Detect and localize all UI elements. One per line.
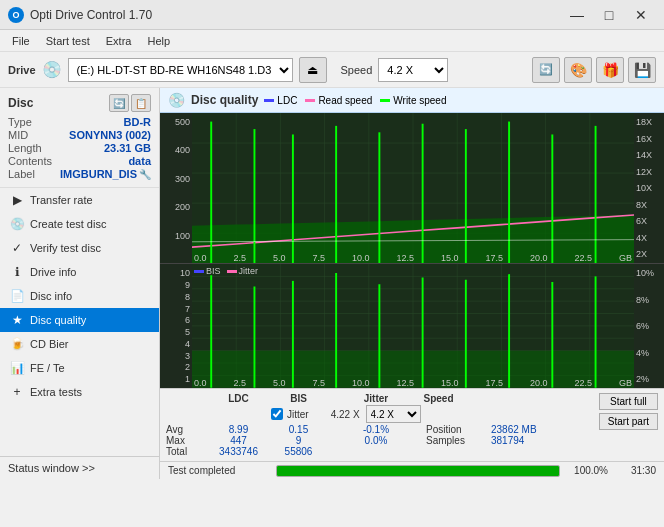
sidebar-item-label: Drive info <box>30 266 76 278</box>
sidebar-item-verify-test-disc[interactable]: ✓ Verify test disc <box>0 236 159 260</box>
avg-ldc: 8.99 <box>206 424 271 435</box>
sidebar-item-extra-tests[interactable]: + Extra tests <box>0 380 159 404</box>
total-ldc: 3433746 <box>206 446 271 457</box>
disc-contents-label: Contents <box>8 155 52 167</box>
bis-col-header: BIS <box>271 393 326 404</box>
disc-length-row: Length 23.31 GB <box>8 142 151 154</box>
disc-info-icon[interactable]: 📋 <box>131 94 151 112</box>
avg-position-label: Position <box>426 424 491 435</box>
menu-extra[interactable]: Extra <box>98 33 140 49</box>
speed-val: 4.22 X <box>331 409 360 420</box>
close-button[interactable]: ✕ <box>626 1 656 29</box>
disc-mid-row: MID SONYNN3 (002) <box>8 129 151 141</box>
save-icon[interactable]: 💾 <box>628 57 656 83</box>
start-full-button[interactable]: Start full <box>599 393 658 410</box>
bottom-chart-x-labels: 0.02.55.07.510.012.515.017.520.022.5GB <box>192 378 634 388</box>
sidebar-item-fe-te[interactable]: 📊 FE / Te <box>0 356 159 380</box>
avg-label: Avg <box>166 424 206 435</box>
refresh-icon[interactable]: 🔄 <box>532 57 560 83</box>
fe-te-icon: 📊 <box>10 361 24 375</box>
ldc-legend-color <box>264 99 274 102</box>
drive-bar: Drive 💿 (E:) HL-DT-ST BD-RE WH16NS48 1.D… <box>0 52 664 88</box>
stats-header-row: LDC BIS Jitter Speed <box>166 393 595 404</box>
create-test-disc-icon: 💿 <box>10 217 24 231</box>
progress-status-text: Test completed <box>168 465 268 476</box>
disc-label-edit-icon[interactable]: 🔧 <box>139 169 151 180</box>
menu-bar: File Start test Extra Help <box>0 30 664 52</box>
bottom-chart-svg <box>192 264 634 388</box>
bis-legend-color <box>194 270 204 273</box>
drive-info-icon: ℹ <box>10 265 24 279</box>
eject-button[interactable]: ⏏ <box>299 57 327 83</box>
disc-refresh-icon[interactable]: 🔄 <box>109 94 129 112</box>
sidebar-item-label: Verify test disc <box>30 242 101 254</box>
app-icon: O <box>8 7 24 23</box>
legend-ldc: LDC <box>264 95 297 106</box>
maximize-button[interactable]: □ <box>594 1 624 29</box>
sidebar-item-cd-bier[interactable]: 🍺 CD Bier <box>0 332 159 356</box>
disc-mid-label: MID <box>8 129 28 141</box>
menu-start-test[interactable]: Start test <box>38 33 98 49</box>
jitter-label: Jitter <box>287 409 309 420</box>
avg-row: Avg 8.99 0.15 -0.1% Position 23862 MB <box>166 424 595 435</box>
max-samples-val: 381794 <box>491 435 551 446</box>
sidebar-item-transfer-rate[interactable]: ▶ Transfer rate <box>0 188 159 212</box>
bottom-chart: 10 9 8 7 6 5 4 3 2 1 <box>160 264 664 388</box>
top-chart-y-right: 18X 16X 14X 12X 10X 8X 6X 4X 2X <box>634 113 664 263</box>
status-window-button[interactable]: Status window >> <box>0 456 159 479</box>
title-bar: O Opti Drive Control 1.70 — □ ✕ <box>0 0 664 30</box>
menu-file[interactable]: File <box>4 33 38 49</box>
sidebar-item-label: Extra tests <box>30 386 82 398</box>
disc-label-label: Label <box>8 168 35 180</box>
menu-help[interactable]: Help <box>139 33 178 49</box>
progress-percent: 100.0% <box>568 465 608 476</box>
progress-bar-container <box>276 465 560 477</box>
disc-type-label: Type <box>8 116 32 128</box>
disc-length-label: Length <box>8 142 42 154</box>
sidebar-item-label: FE / Te <box>30 362 65 374</box>
avg-bis: 0.15 <box>271 424 326 435</box>
app-title: Opti Drive Control 1.70 <box>30 8 562 22</box>
sidebar-item-drive-info[interactable]: ℹ Drive info <box>0 260 159 284</box>
write-speed-legend-label: Write speed <box>393 95 446 106</box>
disc-info-nav-icon: 📄 <box>10 289 24 303</box>
gift-icon[interactable]: 🎁 <box>596 57 624 83</box>
drive-label: Drive <box>8 64 36 76</box>
speed-label: Speed <box>341 64 373 76</box>
window-controls: — □ ✕ <box>562 1 656 29</box>
sidebar-item-disc-quality[interactable]: ★ Disc quality <box>0 308 159 332</box>
transfer-rate-icon: ▶ <box>10 193 24 207</box>
speed-val-select[interactable]: 4.2 X <box>366 405 421 423</box>
max-ldc: 447 <box>206 435 271 446</box>
sidebar-item-create-test-disc[interactable]: 💿 Create test disc <box>0 212 159 236</box>
sidebar-item-disc-info[interactable]: 📄 Disc info <box>0 284 159 308</box>
drive-icon-small: 💿 <box>42 60 62 79</box>
max-bis: 9 <box>271 435 326 446</box>
minimize-button[interactable]: — <box>562 1 592 29</box>
jitter-checkbox[interactable] <box>271 408 283 420</box>
palette-icon[interactable]: 🎨 <box>564 57 592 83</box>
bottom-chart-legend: BIS Jitter <box>194 266 258 276</box>
total-bis: 55806 <box>271 446 326 457</box>
stats-buttons: Start full Start part <box>599 393 658 430</box>
total-label: Total <box>166 446 206 457</box>
max-label: Max <box>166 435 206 446</box>
disc-quality-icon: ★ <box>10 313 24 327</box>
progress-area: Test completed 100.0% 31:30 <box>160 461 664 479</box>
write-speed-legend-color <box>380 99 390 102</box>
bottom-chart-y-left: 10 9 8 7 6 5 4 3 2 1 <box>160 264 192 388</box>
top-chart-svg <box>192 113 634 263</box>
disc-section-title: Disc <box>8 96 33 110</box>
disc-info-section: Disc 🔄 📋 Type BD-R MID SONYNN3 (002) Len… <box>0 88 159 188</box>
start-part-button[interactable]: Start part <box>599 413 658 430</box>
disc-label-row: Label IMGBURN_DIS 🔧 <box>8 168 151 180</box>
extra-tests-icon: + <box>10 385 24 399</box>
avg-jitter: -0.1% <box>326 424 426 435</box>
read-speed-legend-label: Read speed <box>318 95 372 106</box>
drive-select[interactable]: (E:) HL-DT-ST BD-RE WH16NS48 1.D3 <box>68 58 293 82</box>
disc-label-value: IMGBURN_DIS 🔧 <box>60 168 151 180</box>
jitter-legend: Jitter <box>227 266 259 276</box>
nav-items: ▶ Transfer rate 💿 Create test disc ✓ Ver… <box>0 188 159 456</box>
status-window-label: Status window >> <box>8 462 95 474</box>
speed-select[interactable]: 4.2 X <box>378 58 448 82</box>
